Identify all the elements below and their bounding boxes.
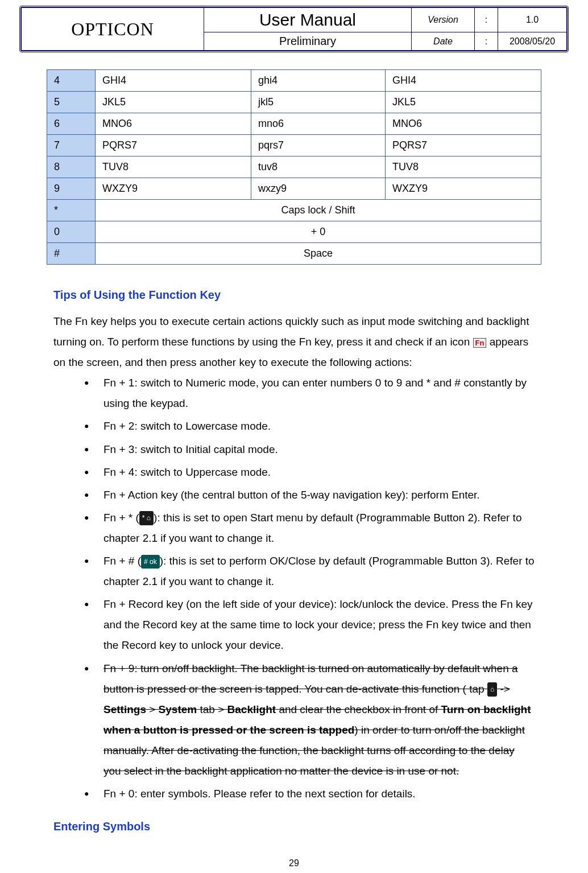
fn-star-pre: Fn + * ( xyxy=(103,512,139,524)
tips-list: Fn + 1: switch to Numeric mode, you can … xyxy=(53,373,535,804)
intro-pre: The Fn key helps you to execute certain … xyxy=(53,315,529,348)
table-row: 0+ 0 xyxy=(47,221,541,243)
colon: : xyxy=(475,8,498,32)
key-cell: * xyxy=(47,200,96,221)
caps-cell: WXZY9 xyxy=(96,178,251,200)
tip-item-deleted: Fn + 9: turn on/off backlight. The backl… xyxy=(84,658,535,782)
low-cell: pqrs7 xyxy=(251,135,385,157)
low-cell: tuv8 xyxy=(251,157,385,178)
tips-intro: The Fn key helps you to execute certain … xyxy=(53,311,535,373)
low-cell: mno6 xyxy=(251,113,385,135)
init-cell: JKL5 xyxy=(386,92,541,113)
fn-hash-post: ): this is set to perform OK/Close by de… xyxy=(103,555,535,587)
key-cell: 0 xyxy=(47,221,96,243)
tip-item: Fn + # (# ok): this is set to perform OK… xyxy=(84,551,535,592)
date-value: 2008/05/20 xyxy=(498,32,567,51)
tip-item: Fn + 0: enter symbols. Please refer to t… xyxy=(84,784,535,804)
symbols-section: Entering Symbols xyxy=(53,816,535,837)
init-cell: PQRS7 xyxy=(386,135,541,157)
star-key-icon: * ⌂ xyxy=(139,511,154,525)
init-cell: TUV8 xyxy=(386,157,541,178)
start-icon: ⌂ xyxy=(487,682,497,697)
page: OPTICON User Manual Version : 1.0 Prelim… xyxy=(0,0,588,873)
preliminary-label: Preliminary xyxy=(204,32,412,51)
key-table-rows: 4GHI4ghi4GHI45JKL5jkl5JKL56MNO6mno6MNO67… xyxy=(47,70,541,200)
tip-item: Fn + 4: switch to Uppercase mode. xyxy=(84,462,535,483)
table-row: 6MNO6mno6MNO6 xyxy=(47,113,541,135)
caps-cell: MNO6 xyxy=(96,113,251,135)
caps-cell: TUV8 xyxy=(96,157,251,178)
key-cell: # xyxy=(47,243,96,265)
tip-item: Fn + Action key (the central button of t… xyxy=(84,485,535,505)
key-cell: 7 xyxy=(47,135,96,157)
date-label: Date xyxy=(412,32,475,51)
merged-cell: Space xyxy=(96,243,541,265)
fn-star-post: ): this is set to open Start menu by def… xyxy=(103,512,521,544)
symbols-title: Entering Symbols xyxy=(53,816,535,837)
low-cell: ghi4 xyxy=(251,70,385,92)
low-cell: jkl5 xyxy=(251,92,385,113)
table-row: 9WXZY9wxzy9WXZY9 xyxy=(47,178,541,200)
key-table-merged: *Caps lock / Shift0+ 0#Space xyxy=(47,200,541,265)
low-cell: wxzy9 xyxy=(251,178,385,200)
key-cell: 9 xyxy=(47,178,96,200)
caps-cell: JKL5 xyxy=(96,92,251,113)
table-row: #Space xyxy=(47,243,541,265)
colon: : xyxy=(475,32,498,51)
key-cell: 5 xyxy=(47,92,96,113)
key-cell: 6 xyxy=(47,113,96,135)
page-number: 29 xyxy=(0,858,588,868)
table-row: 4GHI4ghi4GHI4 xyxy=(47,70,541,92)
document-title: User Manual xyxy=(204,8,412,32)
fn-icon: Fn xyxy=(473,338,487,348)
key-mapping-table: 4GHI4ghi4GHI45JKL5jkl5JKL56MNO6mno6MNO67… xyxy=(47,69,541,265)
caps-cell: GHI4 xyxy=(96,70,251,92)
version-value: 1.0 xyxy=(498,8,567,32)
header: OPTICON User Manual Version : 1.0 Prelim… xyxy=(19,6,569,52)
table-row: 8TUV8tuv8TUV8 xyxy=(47,157,541,178)
key-cell: 8 xyxy=(47,157,96,178)
table-row: 7PQRS7pqrs7PQRS7 xyxy=(47,135,541,157)
tip-item: Fn + * (* ⌂): this is set to open Start … xyxy=(84,508,535,549)
table-row: 5JKL5jkl5JKL5 xyxy=(47,92,541,113)
merged-cell: Caps lock / Shift xyxy=(96,200,541,221)
tip-item: Fn + 2: switch to Lowercase mode. xyxy=(84,416,535,436)
init-cell: GHI4 xyxy=(386,70,541,92)
tip-item: Fn + Record key (on the left side of you… xyxy=(84,594,535,656)
merged-cell: + 0 xyxy=(96,221,541,243)
version-label: Version xyxy=(412,8,475,32)
tip-item: Fn + 3: switch to Initial capital mode. xyxy=(84,439,535,460)
fn-hash-pre: Fn + # ( xyxy=(103,555,141,567)
brand: OPTICON xyxy=(22,8,204,51)
tips-title: Tips of Using the Function Key xyxy=(53,284,535,306)
caps-cell: PQRS7 xyxy=(96,135,251,157)
table-row: *Caps lock / Shift xyxy=(47,200,541,221)
key-cell: 4 xyxy=(47,70,96,92)
init-cell: MNO6 xyxy=(386,113,541,135)
tips-section: Tips of Using the Function Key The Fn ke… xyxy=(53,284,535,804)
hash-key-icon: # ok xyxy=(141,555,160,569)
init-cell: WXZY9 xyxy=(386,178,541,200)
tip-item: Fn + 1: switch to Numeric mode, you can … xyxy=(84,373,535,414)
header-table: OPTICON User Manual Version : 1.0 Prelim… xyxy=(21,7,567,51)
